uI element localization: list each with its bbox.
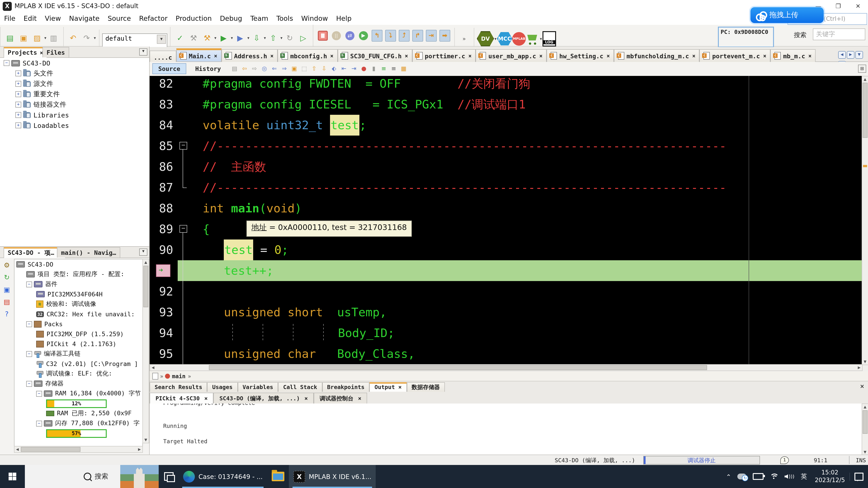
editor-tab-mb_m.c[interactable]: cmb_m.c× bbox=[770, 49, 815, 62]
input-language[interactable]: 英 bbox=[801, 473, 807, 481]
pause-button[interactable]: || bbox=[330, 30, 342, 41]
code-line[interactable]: 95 unsigned char Body_Class, bbox=[150, 344, 862, 364]
menu-refactor[interactable]: Refactor bbox=[135, 13, 172, 24]
code-line[interactable]: 83 #pragma config ICESEL = ICS_PGx1 //调试… bbox=[150, 94, 862, 115]
view-tab-history[interactable]: History bbox=[190, 64, 226, 74]
start-button[interactable] bbox=[0, 465, 25, 488]
debug-run-alt-button[interactable]: ▷ bbox=[297, 32, 309, 43]
bottom-tab-usages[interactable]: Usages bbox=[207, 382, 238, 392]
finish-debugger-session-button[interactable] bbox=[317, 30, 329, 41]
dashboard-tree-item[interactable]: RAM 已用: 2,550 (0x9F bbox=[14, 409, 143, 418]
project-tree-item[interactable]: +Loadables bbox=[0, 120, 149, 131]
output-vertical-scrollbar[interactable]: ▲ ▼ bbox=[862, 403, 868, 455]
dashboard-tree-item[interactable]: PIC32MX_DFP (1.5.259) bbox=[14, 329, 143, 339]
uncomment-button[interactable]: ≡ bbox=[389, 64, 398, 74]
project-tree-item[interactable]: +重要文件 bbox=[0, 89, 149, 99]
split-editor-button[interactable]: ⊞ bbox=[858, 65, 866, 73]
dashboard-tree-item[interactable]: PIC32MX534F064H bbox=[14, 289, 143, 299]
taskbar-app-file-explorer[interactable] bbox=[267, 465, 289, 488]
help-icon[interactable]: ? bbox=[2, 309, 12, 319]
bing-daily-image[interactable] bbox=[120, 465, 159, 488]
dashboard-tree-item[interactable]: −器件 bbox=[14, 279, 143, 289]
editor-vertical-scrollbar[interactable]: ▲ ▼ bbox=[862, 76, 868, 365]
code-line[interactable]: 84 volatile uint32_t test; bbox=[150, 115, 862, 135]
shift-left-button[interactable]: ⇤ bbox=[340, 64, 348, 74]
dashboard-tree-item[interactable]: −RAM 16,384 (0x4000) 字节 bbox=[14, 389, 143, 398]
embedded-store-button[interactable] bbox=[526, 33, 539, 44]
back-button[interactable]: ⇦ bbox=[240, 64, 249, 74]
minimize-panel-button[interactable]: ▾ bbox=[139, 249, 147, 256]
select-rectangular-button[interactable]: ⬚ bbox=[300, 64, 309, 74]
step-out-button[interactable]: ⤴ bbox=[398, 30, 410, 41]
code-line[interactable]: 86 // 主函数 bbox=[150, 156, 862, 177]
dashboard-horizontal-scrollbar[interactable]: ◀ ▶ bbox=[14, 446, 143, 453]
battery-icon[interactable] bbox=[753, 473, 764, 480]
menu-window[interactable]: Window bbox=[297, 13, 332, 24]
editor-tab-Address.h[interactable]: hAddress.h× bbox=[221, 49, 278, 62]
notification-balloon[interactable]: 1 bbox=[780, 456, 789, 464]
menu-production[interactable]: Production bbox=[172, 13, 216, 24]
comment-button[interactable]: ≡ bbox=[379, 64, 388, 74]
dashboard-tree-item[interactable]: C32 (v2.01) [C:\Program ] bbox=[14, 359, 143, 369]
menu-source[interactable]: Source bbox=[103, 13, 135, 24]
shift-right-button[interactable]: ⇥ bbox=[349, 64, 359, 74]
editor-tab-mbconfig.h[interactable]: hmbconfig.h× bbox=[278, 49, 338, 62]
find-selection-button[interactable]: ◎ bbox=[260, 64, 269, 74]
breakpoint-button[interactable]: ● bbox=[360, 64, 368, 74]
code-line[interactable]: test++; bbox=[150, 260, 862, 281]
taskbar-app-edge[interactable]: Case: 01374649 - ... bbox=[179, 465, 267, 488]
bottom-tab-call-stack[interactable]: Call Stack bbox=[278, 382, 322, 392]
dashboard-tree-item[interactable]: 项目 类型: 应用程序 - 配置: bbox=[14, 269, 143, 279]
code-line[interactable]: 90 test = 0; bbox=[150, 239, 862, 260]
step-back-button[interactable]: ↰ bbox=[371, 30, 383, 41]
dashboard-tree-item[interactable]: 12% bbox=[14, 398, 143, 409]
project-tree-item[interactable]: +源文件 bbox=[0, 78, 149, 89]
menu-tools[interactable]: Tools bbox=[272, 13, 297, 24]
run-to-cursor-button[interactable]: ➡ bbox=[439, 30, 451, 41]
menu-file[interactable]: File bbox=[0, 13, 20, 24]
wifi-icon[interactable] bbox=[770, 473, 778, 480]
redo-button[interactable]: ↷ bbox=[81, 32, 92, 43]
mplab-discover-button[interactable]: MPLAB bbox=[513, 32, 526, 45]
close-panel-icon[interactable]: × bbox=[860, 383, 864, 390]
dashboard-tree-item[interactable]: −Packs bbox=[14, 319, 143, 329]
code-line[interactable]: 88 int main(void) bbox=[150, 198, 862, 219]
project-tree-item[interactable]: −SC43-DO bbox=[0, 58, 149, 68]
code-line[interactable]: 93 unsigned short usTemp, bbox=[150, 302, 862, 323]
dashboard-tree-item[interactable]: 57% bbox=[14, 428, 143, 438]
forward-button[interactable]: ⇨ bbox=[250, 64, 259, 74]
refresh-dashboard-icon[interactable]: ↻ bbox=[2, 272, 12, 283]
pdf-report-icon[interactable]: ▤ bbox=[2, 297, 12, 307]
continue-button[interactable]: ▶ bbox=[358, 30, 369, 41]
dashboard-tree-item[interactable]: SC43-DO bbox=[14, 259, 143, 269]
bottom-tab-search-results[interactable]: Search Results bbox=[150, 382, 207, 392]
new-file-button[interactable]: ▤ bbox=[4, 32, 16, 43]
dashboard-tree-item[interactable]: −存储器 bbox=[14, 379, 143, 389]
console-tab[interactable]: PICkit 4-SC30× bbox=[150, 393, 214, 403]
log-file-button[interactable]: LOG bbox=[542, 31, 556, 46]
menu-help[interactable]: Help bbox=[332, 13, 355, 24]
dashboard-tree-item[interactable]: 32CRC32: Hex file unavail: bbox=[14, 309, 143, 319]
code-editor[interactable]: 82 #pragma config FWDTEN = OFF //关闭看门狗83… bbox=[150, 76, 862, 364]
editor-tab-portevent_m.c[interactable]: cportevent_m.c× bbox=[700, 49, 771, 62]
menu-navigate[interactable]: Navigate bbox=[65, 13, 104, 24]
code-line[interactable]: 94 Body_ID; bbox=[150, 323, 862, 344]
reset-button[interactable]: ⇄ bbox=[344, 30, 355, 41]
code-line[interactable]: 85 //-----------------------------------… bbox=[150, 135, 862, 156]
config-select[interactable]: default▼ bbox=[102, 33, 167, 48]
macro-record-button[interactable]: ▦ bbox=[399, 64, 408, 74]
taskbar-clock[interactable]: 15:02 2023/12/5 bbox=[815, 469, 845, 484]
bottom-tab-数据存储器[interactable]: 数据存储器 bbox=[407, 382, 445, 392]
code-line[interactable]: 87 //-----------------------------------… bbox=[150, 177, 862, 198]
output-console[interactable]: Programming/Verify completeRunningTarget… bbox=[150, 403, 862, 455]
toggle-bookmark-button[interactable]: ⬖ bbox=[330, 64, 339, 74]
toolbar-overflow-button[interactable]: » bbox=[458, 33, 470, 44]
keyword-search-input[interactable]: 关键字 bbox=[813, 29, 865, 40]
taskbar-app-mplab[interactable]: XMPLAB X IDE v6.1... bbox=[289, 465, 376, 488]
menu-team[interactable]: Team bbox=[246, 13, 272, 24]
undo-button[interactable]: ↶ bbox=[67, 32, 79, 43]
bottom-tab-output[interactable]: Output × bbox=[370, 382, 407, 393]
step-over-button[interactable]: ⤵ bbox=[384, 30, 396, 41]
project-properties-icon[interactable]: ⚙ bbox=[2, 260, 12, 270]
scroll-right-button[interactable]: ▶ bbox=[847, 51, 855, 59]
